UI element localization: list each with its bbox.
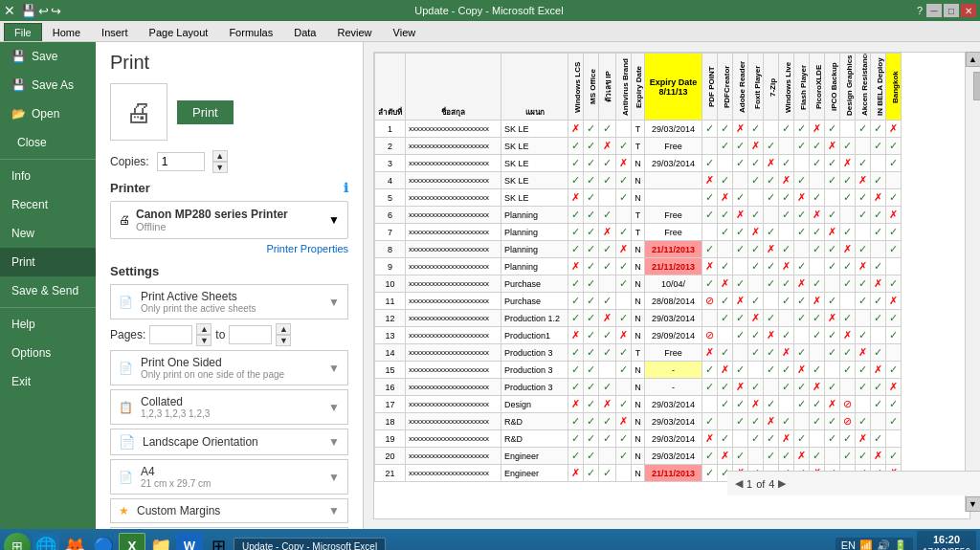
tab-data[interactable]: Data (283, 23, 326, 41)
pages-from-up[interactable]: ▲ (196, 323, 212, 335)
sidebar-item-save-as[interactable]: 💾 Save As (0, 71, 96, 99)
copies-down-btn[interactable]: ▼ (212, 162, 228, 173)
table-row: ✗ (825, 224, 840, 241)
tab-file[interactable]: File (4, 23, 42, 41)
taskbar-icon-excel[interactable]: X (119, 533, 145, 551)
table-row: Production 3 (501, 362, 568, 379)
taskbar-icon-word[interactable]: W (176, 533, 203, 551)
table-row: T (632, 138, 645, 155)
table-row: ✓ (702, 207, 718, 224)
table-row: ✗ (718, 189, 733, 207)
table-row: ✗ (779, 430, 794, 448)
tab-page-layout[interactable]: Page Layout (139, 23, 219, 41)
table-row: ✗ (825, 138, 840, 155)
table-row: ✓ (764, 275, 779, 293)
taskbar-icon-windows[interactable]: ⊞ (205, 533, 232, 551)
table-row: Production 3 (501, 379, 568, 396)
setting-orientation[interactable]: 📄 Landscape Orientation ▼ (110, 429, 348, 455)
pages-to-down[interactable]: ▼ (276, 335, 291, 346)
sidebar-item-info[interactable]: Info (0, 162, 96, 190)
sidebar-item-open[interactable]: 📂 Open (0, 99, 96, 128)
page-prev-btn[interactable]: ◀ (735, 477, 743, 490)
redo-qa-btn[interactable]: ↪ (51, 4, 61, 18)
table-row (733, 430, 748, 448)
table-row: ✓ (810, 241, 825, 258)
table-row (616, 379, 632, 396)
collated-icon: 📋 (119, 401, 133, 414)
table-row: ✓ (825, 155, 840, 172)
maximize-btn[interactable]: □ (944, 4, 959, 17)
table-row: ✗ (599, 138, 616, 155)
taskbar-icon-ie[interactable]: 🌐 (33, 533, 59, 551)
close-btn[interactable]: ✕ (961, 4, 976, 17)
table-row: T (632, 207, 645, 224)
table-row: ✓ (794, 121, 810, 138)
pages-from-input[interactable] (149, 325, 192, 344)
tab-insert[interactable]: Insert (91, 23, 139, 41)
table-row: xxxxxxxxxxxxxxxxxxxxx (406, 121, 501, 138)
col-windows-lcs: Windows LCS (568, 54, 584, 121)
sidebar-item-close[interactable]: Close (0, 128, 96, 157)
taskbar-icon-firefox[interactable]: 🦊 (61, 533, 88, 551)
paper-size-arrow: ▼ (328, 471, 340, 484)
help-icon[interactable]: ? (917, 5, 923, 16)
table-row: 1 (375, 121, 406, 138)
table-row: 13 (375, 327, 406, 344)
taskbar-icon-chrome[interactable]: 🔵 (90, 533, 117, 551)
table-row: ✗ (718, 275, 733, 293)
tab-home[interactable]: Home (42, 23, 91, 41)
table-row: ✓ (702, 448, 718, 465)
scroll-up-btn[interactable]: ▲ (966, 52, 981, 67)
scroll-thumb[interactable] (973, 72, 981, 100)
table-row: ✓ (825, 258, 840, 275)
table-row: ✗ (764, 327, 779, 344)
setting-scaling[interactable]: 📄 No Scaling Print sheets at their actua… (110, 527, 348, 529)
print-title: Print (110, 52, 348, 74)
page-next-btn[interactable]: ▶ (778, 477, 786, 490)
sidebar-item-save[interactable]: 💾 Save (0, 42, 96, 71)
setting-active-sheets[interactable]: 📄 Print Active Sheets Only print the act… (110, 284, 348, 319)
table-row: ✓ (825, 379, 840, 396)
table-row: xxxxxxxxxxxxxxxxxxxxx (406, 413, 501, 430)
sidebar-item-new[interactable]: New (0, 219, 96, 248)
table-row: ✓ (584, 172, 599, 189)
print-button[interactable]: Print (177, 100, 234, 124)
minimize-btn[interactable]: ─ (926, 4, 942, 17)
scroll-down-btn[interactable]: ▼ (966, 496, 981, 512)
pages-from-down[interactable]: ▼ (196, 335, 212, 346)
tab-formulas[interactable]: Formulas (218, 23, 283, 41)
active-task[interactable]: Update - Copy - Microsoft Excel (234, 538, 386, 551)
sidebar-item-options[interactable]: Options (0, 339, 96, 367)
copies-input[interactable] (157, 152, 205, 171)
pages-to-up[interactable]: ▲ (276, 323, 291, 335)
table-row (856, 310, 871, 327)
col-in-bela: IN BELA Deploy (871, 54, 886, 121)
save-qa-btn[interactable]: 💾 (21, 4, 36, 18)
setting-one-sided[interactable]: 📄 Print One Sided Only print on one side… (110, 350, 348, 385)
table-row: SK LE (501, 138, 568, 155)
copies-up-btn[interactable]: ▲ (212, 150, 228, 162)
setting-margins[interactable]: ★ Custom Margins ▼ (110, 498, 348, 523)
table-row: ✓ (856, 241, 871, 258)
tab-review[interactable]: Review (326, 23, 382, 41)
setting-paper-size[interactable]: 📄 A4 21 cm x 29.7 cm ▼ (110, 459, 348, 495)
printer-item[interactable]: 🖨 Canon MP280 series Printer Offline ▼ (110, 201, 348, 239)
printer-properties-link[interactable]: Printer Properties (110, 243, 348, 254)
start-button[interactable]: ⊞ (4, 533, 31, 551)
tab-view[interactable]: View (383, 23, 427, 41)
table-row: ✓ (568, 275, 584, 293)
undo-qa-btn[interactable]: ↩ (38, 4, 49, 18)
table-row: ✗ (856, 172, 871, 189)
taskbar-icon-folder[interactable]: 📁 (147, 533, 174, 551)
table-row: ✓ (779, 327, 794, 344)
sidebar-item-print[interactable]: Print (0, 248, 96, 276)
table-row (810, 258, 825, 275)
setting-collated[interactable]: 📋 Collated 1,2,3 1,2,3 1,2,3 ▼ (110, 389, 348, 425)
sidebar-item-save-send[interactable]: Save & Send (0, 276, 96, 305)
table-row: ✓ (825, 293, 840, 310)
sidebar-item-exit[interactable]: Exit (0, 367, 96, 396)
pages-to-input[interactable] (229, 325, 272, 344)
table-row: ✓ (748, 327, 764, 344)
sidebar-item-recent[interactable]: Recent (0, 190, 96, 219)
sidebar-item-help[interactable]: Help (0, 310, 96, 339)
